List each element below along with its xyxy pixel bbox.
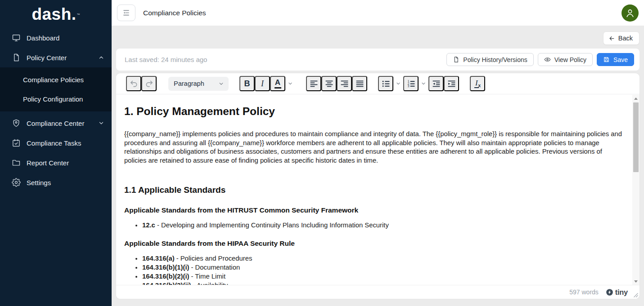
- align-center-button[interactable]: [321, 76, 337, 91]
- hitrust-heading: Applicable Standards from the HITRUST Co…: [124, 206, 626, 214]
- hitrust-list: 12.c - Developing and Implementing Conti…: [124, 221, 626, 230]
- calendar-check-icon: [12, 138, 21, 147]
- standard-code: 164.316(a): [142, 255, 175, 262]
- justify-icon: [355, 79, 365, 89]
- numbered-list-button[interactable]: 123: [403, 76, 419, 91]
- back-button-label: Back: [618, 35, 633, 42]
- policy-history-label: Policy History/Versions: [463, 56, 527, 63]
- document-icon: [453, 56, 459, 63]
- tiny-brand-text: tiny: [615, 288, 628, 297]
- folder-icon: [12, 158, 21, 167]
- policy-center-submenu: Compliance Policies Policy Configuration: [0, 67, 112, 111]
- redo-icon: [144, 79, 154, 89]
- sidebar-item-compliance-tasks[interactable]: Compliance Tasks: [0, 133, 112, 153]
- top-header: Compliance Policies: [112, 0, 644, 26]
- arrow-left-icon: [608, 35, 615, 42]
- chevron-down-icon: [98, 120, 104, 126]
- doc-section-title: 1.1 Applicable Standards: [124, 185, 626, 195]
- save-button[interactable]: Save: [597, 53, 634, 66]
- list-item: 164.316(b)(2)(i) - Time Limit: [142, 272, 626, 281]
- sidebar-item-label: Compliance Tasks: [27, 139, 104, 147]
- numbered-list-chevron[interactable]: [419, 76, 428, 91]
- standard-desc: - Time Limit: [189, 273, 225, 280]
- eye-icon: [544, 56, 551, 63]
- tiny-brand[interactable]: tiny: [606, 288, 628, 297]
- logo-trademark: ™: [77, 13, 80, 16]
- text-color-button[interactable]: A: [270, 76, 285, 91]
- view-policy-label: View Policy: [554, 56, 586, 63]
- sidebar-item-dashboard[interactable]: Dashboard: [0, 28, 112, 48]
- justify-button[interactable]: [352, 76, 367, 91]
- save-button-label: Save: [613, 56, 628, 63]
- standard-code: 12.c: [142, 222, 155, 229]
- editor-toolbar: Paragraph B I A: [116, 73, 639, 94]
- sidebar-item-label: Dashboard: [27, 34, 104, 42]
- standard-desc: - Policies and Procedures: [175, 255, 252, 262]
- standard-code: 164.316(b)(1)(i): [142, 264, 189, 271]
- undo-icon: [129, 79, 139, 89]
- indent-icon: [447, 79, 456, 89]
- redo-button[interactable]: [141, 76, 157, 91]
- sidebar-item-compliance-center[interactable]: Compliance Center: [0, 113, 112, 133]
- remove-format-icon: Ix: [474, 79, 481, 88]
- paragraph-format-select[interactable]: Paragraph: [168, 77, 229, 91]
- monitor-icon: [12, 33, 21, 42]
- bold-icon: B: [244, 79, 250, 89]
- user-avatar[interactable]: [621, 4, 639, 22]
- text-color-chevron[interactable]: [285, 76, 295, 91]
- sidebar-item-label: Compliance Center: [27, 120, 98, 127]
- tiny-logo-icon: [606, 288, 613, 296]
- content-region: Back Last saved: 24 minutes ago Policy H…: [112, 26, 644, 306]
- outdent-icon: [432, 79, 441, 89]
- list-item: 164.316(b)(2)(ii) - Availability: [142, 281, 626, 285]
- undo-button[interactable]: [126, 76, 141, 91]
- rich-text-editor: Paragraph B I A: [116, 73, 639, 299]
- logo: dash.™: [0, 0, 112, 27]
- back-button[interactable]: Back: [603, 31, 639, 45]
- outdent-button[interactable]: [428, 76, 444, 91]
- sidebar-item-settings[interactable]: Settings: [0, 173, 112, 192]
- resize-handle-icon[interactable]: [633, 293, 638, 297]
- align-right-icon: [340, 79, 349, 89]
- sidebar-nav: Dashboard Policy Center Compliance Polic…: [0, 28, 112, 192]
- app-window: dash.™ Dashboard Policy Center: [0, 0, 644, 306]
- word-count[interactable]: 597 words: [569, 288, 599, 296]
- sidebar-item-policy-center[interactable]: Policy Center: [0, 48, 112, 67]
- gear-icon: [12, 178, 21, 187]
- align-right-button[interactable]: [337, 76, 352, 91]
- indent-button[interactable]: [444, 76, 459, 91]
- align-center-icon: [324, 79, 334, 89]
- chevron-down-icon: [218, 81, 224, 87]
- sidebar-item-report-center[interactable]: Report Center: [0, 153, 112, 173]
- view-policy-button[interactable]: View Policy: [538, 53, 593, 66]
- bullet-list-button[interactable]: [378, 76, 393, 91]
- vertical-scrollbar[interactable]: [632, 95, 639, 285]
- standard-code: 164.316(b)(2)(ii): [142, 282, 191, 285]
- sidebar-toggle-button[interactable]: [117, 4, 135, 21]
- remove-format-button[interactable]: Ix: [470, 76, 485, 91]
- text-color-icon: A: [275, 79, 281, 89]
- sidebar-item-label: Policy Center: [27, 54, 98, 62]
- sidebar-item-label: Report Center: [27, 159, 104, 167]
- doc-title: 1. Policy Management Policy: [124, 105, 626, 118]
- shield-icon: [12, 119, 21, 128]
- sidebar-item-policy-configuration[interactable]: Policy Configuration: [0, 89, 112, 109]
- policy-document[interactable]: 1. Policy Management Policy {{company_na…: [116, 95, 632, 285]
- editor-content-area[interactable]: 1. Policy Management Policy {{company_na…: [116, 95, 639, 285]
- scroll-up-arrow-icon[interactable]: [632, 95, 639, 102]
- format-select-value: Paragraph: [174, 80, 218, 87]
- policy-history-button[interactable]: Policy History/Versions: [446, 53, 533, 66]
- align-left-icon: [309, 79, 319, 89]
- standard-desc: - Developing and Implementing Continuity…: [155, 222, 389, 229]
- italic-icon: I: [261, 79, 264, 89]
- scroll-down-arrow-icon[interactable]: [632, 278, 639, 285]
- italic-button[interactable]: I: [255, 76, 270, 91]
- bold-button[interactable]: B: [239, 76, 255, 91]
- svg-text:3: 3: [407, 84, 409, 87]
- user-icon: [624, 7, 636, 19]
- bullet-list-chevron[interactable]: [393, 76, 403, 91]
- align-left-button[interactable]: [306, 76, 321, 91]
- scrollbar-thumb[interactable]: [633, 102, 639, 172]
- numbered-list-icon: 123: [406, 79, 416, 89]
- sidebar-item-compliance-policies[interactable]: Compliance Policies: [0, 70, 112, 89]
